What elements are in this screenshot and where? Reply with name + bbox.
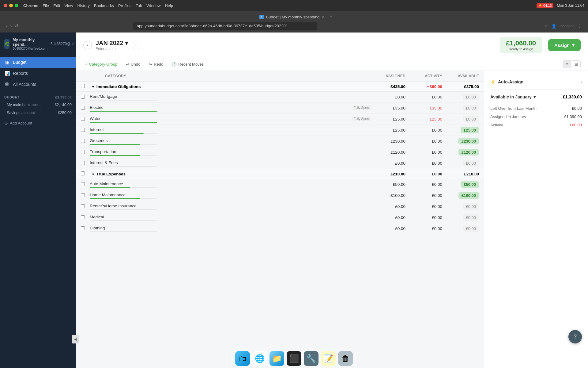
cat-assigned-medical[interactable]: £0.00 [374, 212, 410, 223]
dock-iterm[interactable]: ⬛ [287, 351, 301, 366]
dock-trash[interactable]: 🗑 [338, 351, 353, 366]
cat-check-home-maintenance[interactable] [76, 190, 90, 201]
category-row-interest-fees[interactable]: Interest & Fees £0.00 £0.00 £0.00 [76, 158, 484, 169]
available-title[interactable]: Available in January ▾ [490, 94, 536, 99]
cat-check-internet[interactable] [76, 125, 90, 136]
cat-available-medical[interactable]: £0.00 [447, 212, 484, 223]
cat-available-interest-fees[interactable]: £0.00 [447, 158, 484, 169]
menu-tab[interactable]: Tab [136, 3, 142, 8]
cat-available-transportation[interactable]: £120.00 [447, 147, 484, 158]
menu-dots-icon[interactable]: ⋮ [578, 24, 582, 29]
menu-chrome[interactable]: Chrome [23, 3, 38, 8]
recent-moves-button[interactable]: 🕐 Recent Moves [170, 61, 205, 68]
category-row-medical[interactable]: Medical £0.00 £0.00 £0.00 [76, 212, 484, 223]
collapse-sidebar-button[interactable]: ◀ [72, 335, 79, 343]
cat-assigned-interest-fees[interactable]: £0.00 [374, 158, 410, 169]
sidebar-account-main[interactable]: My main bank acc... £2,140.00 [4, 101, 72, 109]
help-button[interactable]: ? [568, 330, 582, 343]
reload-button[interactable]: ↺ [14, 23, 18, 29]
close-button[interactable] [4, 4, 7, 7]
dock-chrome[interactable]: 🌐 [252, 351, 267, 366]
cat-available-electric[interactable]: £0.00 [447, 103, 484, 114]
cat-check-water[interactable] [76, 114, 90, 125]
url-input[interactable] [133, 22, 317, 30]
cat-check-medical[interactable] [76, 212, 90, 223]
cat-available-internet[interactable]: £25.00 [447, 125, 484, 136]
group-check-true-expenses[interactable] [76, 169, 90, 179]
cat-check-auto-maintenance[interactable] [76, 179, 90, 190]
cat-check-clothing[interactable] [76, 223, 90, 234]
prev-month-button[interactable]: ‹ [83, 41, 92, 49]
tab-close-button[interactable]: ✕ [322, 15, 325, 19]
category-row-rent[interactable]: Rent/Mortgage £0.00 £0.00 £0.00 [76, 92, 484, 103]
cat-available-auto-maintenance[interactable]: £50.00 [447, 179, 484, 190]
view-grid-button[interactable]: ⊞ [572, 60, 581, 68]
menu-window[interactable]: Window [146, 3, 160, 8]
category-row-transportation[interactable]: Transportation £120.00 £0.00 £120.00 [76, 147, 484, 158]
menu-bookmarks[interactable]: Bookmarks [94, 3, 114, 8]
category-row-renters-insurance[interactable]: Renter's/Home Insurance £0.00 £0.00 £0.0… [76, 201, 484, 212]
minimize-button[interactable] [9, 4, 13, 7]
menu-file[interactable]: File [43, 3, 49, 8]
profile-icon[interactable]: 👤 [551, 24, 556, 29]
category-row-water[interactable]: Water Fully Spent £25.00 −£25.00 £0.00 [76, 114, 484, 125]
menu-edit[interactable]: Edit [53, 3, 60, 8]
redo-button[interactable]: ↪ Redo [147, 61, 165, 68]
cat-check-groceries[interactable] [76, 136, 90, 147]
category-row-clothing[interactable]: Clothing £0.00 £0.00 £0.00 [76, 223, 484, 234]
dock-finder[interactable]: 🗂 [235, 351, 250, 366]
group-row-true-expenses[interactable]: ▾ True Expenses £210.00 £0.00 £210.00 [76, 169, 484, 179]
next-month-button[interactable]: › [132, 41, 140, 49]
cat-assigned-clothing[interactable]: £0.00 [374, 223, 410, 234]
view-list-button[interactable]: ≡ [563, 60, 571, 68]
auto-assign-row[interactable]: ⚡ Auto-Assign › [490, 77, 582, 90]
group-check-immediate-obligations[interactable] [76, 82, 90, 92]
month-chevron-icon[interactable]: ▾ [125, 39, 128, 47]
cat-check-rent[interactable] [76, 92, 90, 103]
cat-available-groceries[interactable]: £230.00 [447, 136, 484, 147]
sidebar-item-budget[interactable]: ▦ Budget [0, 57, 76, 68]
back-button[interactable]: ‹ [6, 23, 8, 29]
new-tab-button[interactable]: + [330, 14, 332, 20]
category-row-electric[interactable]: Electric Fully Spent £35.00 −£35.00 £0.0… [76, 103, 484, 114]
menu-help[interactable]: Help [165, 3, 173, 8]
undo-button[interactable]: ↩ Undo [124, 61, 142, 68]
bookmark-icon[interactable]: ☆ [544, 24, 548, 29]
cat-available-renters-insurance[interactable]: £0.00 [447, 201, 484, 212]
dock-settings[interactable]: 🔧 [304, 351, 318, 366]
cat-check-transportation[interactable] [76, 147, 90, 158]
group-row-immediate-obligations[interactable]: ▾ Immediate Obligations £435.00 −£60.00 … [76, 82, 484, 92]
cat-assigned-home-maintenance[interactable]: £100.00 [374, 190, 410, 201]
cat-available-clothing[interactable]: £0.00 [447, 223, 484, 234]
cat-check-interest-fees[interactable] [76, 158, 90, 169]
category-row-auto-maintenance[interactable]: Auto Maintenance £50.00 £0.00 £50.00 [76, 179, 484, 190]
cat-assigned-water[interactable]: £25.00 [374, 114, 410, 125]
cat-check-electric[interactable] [76, 103, 90, 114]
fullscreen-button[interactable] [15, 4, 18, 7]
menu-view[interactable]: View [64, 3, 73, 8]
add-category-group-button[interactable]: + Category Group [83, 61, 119, 68]
category-row-groceries[interactable]: Groceries £230.00 £0.00 £230.00 [76, 136, 484, 147]
cat-assigned-rent[interactable]: £0.00 [374, 92, 410, 103]
cat-available-home-maintenance[interactable]: £100.00 [447, 190, 484, 201]
cat-assigned-renters-insurance[interactable]: £0.00 [374, 201, 410, 212]
cat-assigned-electric[interactable]: £35.00 [374, 103, 410, 114]
assign-button[interactable]: Assign ▾ [548, 39, 581, 51]
category-row-home-maintenance[interactable]: Home Maintenance £100.00 £0.00 £100.00 [76, 190, 484, 201]
cat-check-renters-insurance[interactable] [76, 201, 90, 212]
add-account-button[interactable]: ⊕ Add Account [0, 118, 76, 128]
month-note[interactable]: Enter a note... [96, 47, 128, 51]
dock-finder2[interactable]: 📁 [270, 351, 284, 366]
cat-assigned-internet[interactable]: £25.00 [374, 125, 410, 136]
cat-assigned-auto-maintenance[interactable]: £50.00 [374, 179, 410, 190]
cat-available-rent[interactable]: £0.00 [447, 92, 484, 103]
sidebar-item-all-accounts[interactable]: 🏛 All Accounts [0, 79, 76, 90]
sidebar-account-savings[interactable]: Savings account £250.00 [4, 109, 72, 117]
cat-assigned-transportation[interactable]: £120.00 [374, 147, 410, 158]
menu-history[interactable]: History [77, 3, 89, 8]
active-tab[interactable]: B Budget | My monthly spending ✕ [256, 13, 329, 21]
cat-available-water[interactable]: £0.00 [447, 114, 484, 125]
cat-assigned-groceries[interactable]: £230.00 [374, 136, 410, 147]
category-row-internet[interactable]: Internet £25.00 £0.00 £25.00 [76, 125, 484, 136]
menu-profiles[interactable]: Profiles [118, 3, 131, 8]
